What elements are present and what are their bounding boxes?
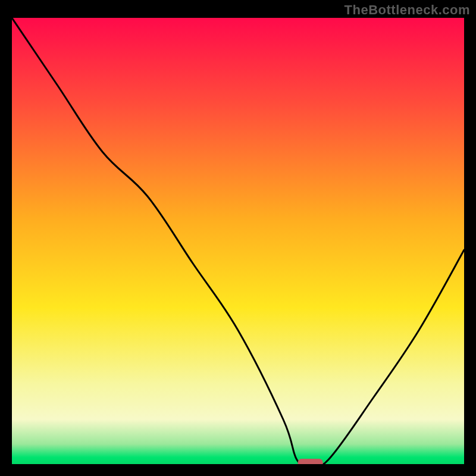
watermark-text: TheBottleneck.com bbox=[345, 2, 470, 18]
chart-svg bbox=[12, 18, 464, 464]
optimal-marker bbox=[298, 459, 323, 464]
gradient-background bbox=[12, 18, 464, 464]
chart-frame: TheBottleneck.com bbox=[0, 0, 476, 476]
plot-area bbox=[12, 18, 464, 464]
